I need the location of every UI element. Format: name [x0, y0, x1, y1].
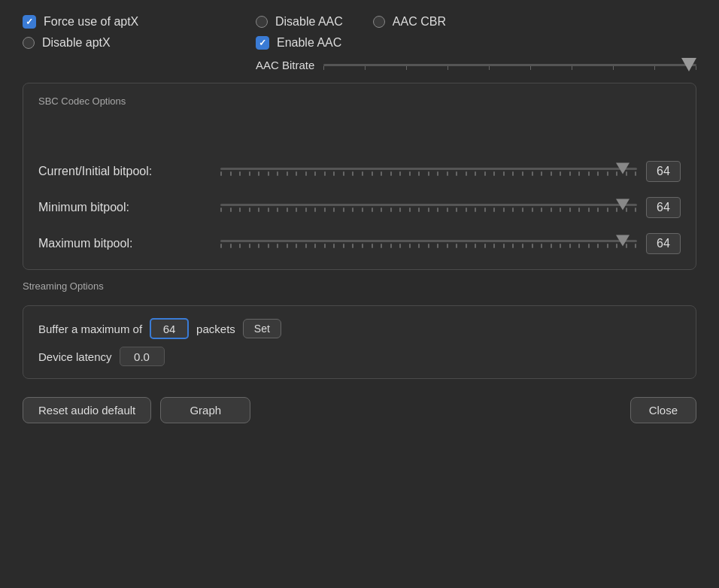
dot	[314, 244, 316, 248]
reset-audio-button[interactable]: Reset audio default	[23, 397, 151, 423]
dot	[239, 208, 241, 212]
minimum-bitpool-track	[220, 204, 637, 206]
dot	[258, 244, 259, 248]
dot	[532, 208, 533, 212]
dot	[569, 208, 571, 212]
current-bitpool-slider[interactable]	[220, 168, 637, 176]
dot	[390, 208, 392, 212]
dot	[551, 244, 552, 248]
device-latency-label: Device latency	[38, 350, 112, 363]
tick	[323, 66, 324, 70]
disable-aac-checkbox[interactable]	[256, 16, 268, 28]
dot	[239, 171, 241, 176]
aac-cbr-checkbox[interactable]	[373, 16, 385, 28]
dot	[484, 208, 486, 212]
force-aptx-checkbox[interactable]	[23, 15, 36, 29]
dot	[362, 171, 363, 176]
dot	[381, 208, 382, 212]
enable-aac-checkbox[interactable]	[256, 36, 269, 50]
dot	[287, 208, 288, 212]
dot	[475, 208, 476, 212]
dot	[343, 171, 344, 176]
maximum-bitpool-label: Maximum bitpool:	[38, 237, 211, 250]
set-button[interactable]: Set	[243, 319, 281, 338]
disable-aptx-checkbox[interactable]	[23, 37, 35, 49]
aac-tick-row	[323, 66, 696, 70]
dot	[287, 171, 288, 176]
dot	[466, 208, 467, 212]
dot	[305, 171, 307, 176]
dot	[560, 244, 561, 248]
dot	[428, 244, 429, 248]
dot	[541, 244, 542, 248]
dot	[409, 244, 411, 248]
disable-aac-row[interactable]: Disable AAC	[256, 15, 343, 29]
maximum-track-dots	[220, 242, 637, 248]
dot	[635, 244, 636, 248]
current-bitpool-thumb[interactable]	[616, 163, 630, 174]
dot	[249, 171, 250, 176]
dot	[607, 208, 608, 212]
aac-slider-thumb[interactable]	[681, 58, 696, 71]
aac-column: Disable AAC AAC CBR Enable AAC AAC Bitra…	[233, 15, 696, 72]
force-aptx-label: Force use of aptX	[44, 15, 138, 29]
dot	[239, 244, 241, 248]
dot	[551, 208, 552, 212]
dot	[333, 244, 335, 248]
maximum-bitpool-slider[interactable]	[220, 240, 637, 248]
dot	[268, 208, 269, 212]
aac-cbr-row[interactable]: AAC CBR	[373, 15, 446, 29]
current-bitpool-label: Current/Initial bitpool:	[38, 165, 211, 178]
dot	[418, 208, 420, 212]
aac-bitrate-slider[interactable]	[323, 57, 696, 72]
dot	[588, 244, 590, 248]
dot	[607, 171, 608, 176]
force-aptx-row[interactable]: Force use of aptX	[23, 15, 233, 29]
bottom-left-buttons: Reset audio default Graph	[23, 397, 250, 423]
dot	[503, 171, 505, 176]
minimum-bitpool-thumb[interactable]	[616, 199, 630, 211]
dot	[466, 171, 467, 176]
dot	[493, 208, 495, 212]
dot	[362, 208, 363, 212]
dot	[362, 244, 363, 248]
dot	[597, 244, 599, 248]
dot	[230, 208, 232, 212]
dot	[230, 171, 232, 176]
dot	[428, 208, 429, 212]
dot	[305, 208, 307, 212]
dot	[447, 208, 448, 212]
dot	[296, 244, 297, 248]
maximum-bitpool-thumb[interactable]	[616, 235, 630, 247]
dot	[333, 171, 335, 176]
dot	[560, 208, 561, 212]
tick	[489, 66, 490, 70]
dot	[560, 171, 561, 176]
dot	[569, 244, 571, 248]
dot	[512, 171, 514, 176]
disable-aac-label: Disable AAC	[275, 15, 343, 29]
dot	[522, 171, 523, 176]
close-button[interactable]: Close	[630, 397, 696, 423]
enable-aac-row[interactable]: Enable AAC	[256, 36, 696, 50]
dot	[409, 171, 411, 176]
aac-bitrate-row: AAC Bitrate	[256, 57, 696, 72]
dot	[532, 171, 533, 176]
dot	[597, 171, 599, 176]
graph-button[interactable]: Graph	[160, 397, 250, 423]
dot	[418, 244, 420, 248]
dot	[541, 171, 542, 176]
minimum-bitpool-slider[interactable]	[220, 204, 637, 212]
buffer-input[interactable]	[150, 318, 189, 339]
dot	[456, 171, 457, 176]
sbc-inner: Current/Initial bitpool: 64 Minimum bitp…	[38, 116, 681, 254]
maximum-bitpool-row: Maximum bitpool: 64	[38, 233, 681, 254]
dot	[551, 171, 552, 176]
streaming-section: Buffer a maximum of packets Set Device l…	[23, 305, 696, 379]
dot	[287, 244, 288, 248]
dot	[635, 171, 636, 176]
disable-aptx-row[interactable]: Disable aptX	[23, 36, 233, 50]
dot	[578, 244, 580, 248]
dot	[541, 208, 542, 212]
tick	[654, 66, 655, 70]
